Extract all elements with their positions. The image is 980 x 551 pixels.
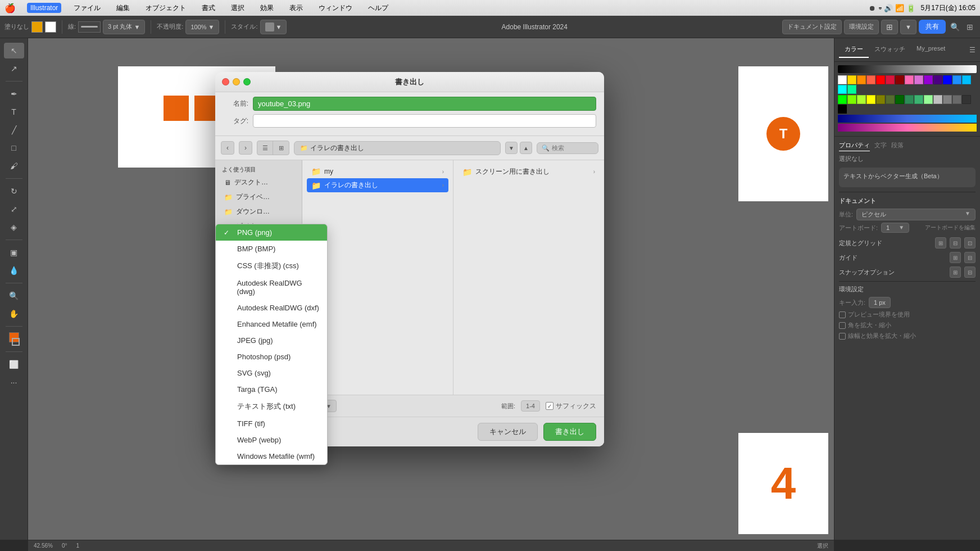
range-input[interactable]: 1-4 (521, 400, 540, 412)
eyedropper-tool[interactable]: 💧 (4, 263, 24, 278)
format-option-webp[interactable]: WebP (webp) (216, 432, 327, 448)
swatch-blue[interactable] (943, 75, 952, 84)
prop-tab-char[interactable]: 文字 (874, 141, 887, 151)
file-item-illustra[interactable]: 📁 イラレの書き出し › (307, 178, 448, 192)
export-button[interactable]: 書き出し (543, 423, 596, 441)
cancel-button[interactable]: キャンセル (478, 423, 538, 441)
swatch-darkgray[interactable] (962, 95, 971, 104)
menu-format[interactable]: 書式 (198, 2, 219, 14)
swatch-black[interactable] (838, 105, 847, 114)
swatch-olive[interactable] (876, 95, 885, 104)
location-expand-btn[interactable]: ▲ (520, 142, 532, 154)
swatch-cyan[interactable] (838, 85, 847, 94)
stroke-size-btn[interactable]: 3 pt 丸体 ▼ (103, 20, 145, 34)
scale-tool[interactable]: ⤢ (4, 201, 24, 217)
sidebar-item-download[interactable]: 📁 ダウンロ… (217, 205, 300, 219)
format-option-wmf[interactable]: Windows Metafile (wmf) (216, 448, 327, 464)
format-option-dxf[interactable]: Autodesk RealDWG (dxf) (216, 300, 327, 316)
swatch-yellow[interactable] (847, 75, 856, 84)
scale-strokes-checkbox[interactable] (839, 322, 846, 329)
selection-tool[interactable]: ↖ (4, 43, 24, 58)
fill-color-swatch[interactable] (31, 21, 43, 33)
format-option-bmp[interactable]: BMP (BMP) (216, 241, 327, 257)
menu-object[interactable]: オブジェクト (142, 2, 189, 14)
layout-icon-btn[interactable]: ⊞ (964, 20, 976, 34)
apple-menu[interactable]: 🍎 (4, 3, 16, 13)
swatch-lawn[interactable] (847, 95, 856, 104)
tab-swatches[interactable]: スウォッチ (869, 42, 911, 58)
menu-illustrator[interactable]: Illustrator (27, 3, 61, 13)
doc-settings-btn[interactable]: ドキュメント設定 (782, 20, 842, 34)
back-button[interactable]: ‹ (221, 141, 234, 155)
artboard-select[interactable]: 1 ▼ (881, 223, 909, 233)
snap-btn1[interactable]: ⊞ (950, 267, 961, 278)
filename-input[interactable] (253, 97, 596, 111)
swatch-dimgray[interactable] (952, 95, 961, 104)
type-tool[interactable]: T (4, 104, 24, 120)
key-input-field[interactable]: 1 px (869, 297, 891, 308)
swatch-medgreen[interactable] (914, 95, 923, 104)
format-option-psd[interactable]: Photoshop (psd) (216, 349, 327, 365)
zoom-tool[interactable]: 🔍 (4, 288, 24, 304)
location-dropdown-btn[interactable]: ▼ (505, 142, 518, 154)
swatch-palegreen[interactable] (924, 95, 933, 104)
sidebar-item-private[interactable]: 📁 プライベ… (217, 190, 300, 204)
grid-btn2[interactable]: ⊟ (950, 237, 961, 249)
suffix-checkbox[interactable]: ✓ (546, 402, 553, 410)
swatch-darkred[interactable] (895, 75, 904, 84)
swatch-dodger[interactable] (952, 75, 961, 84)
search-icon-btn[interactable]: 🔍 (948, 20, 962, 34)
tab-color[interactable]: カラー (839, 42, 869, 58)
paint-tool[interactable]: 🖌 (4, 158, 24, 174)
sidebar-item-desktop[interactable]: 🖥 デスクト… (217, 175, 300, 189)
format-option-emf[interactable]: Enhanced Metafile (emf) (216, 316, 327, 332)
scale-effects-checkbox[interactable] (839, 333, 846, 340)
unit-select[interactable]: ピクセル ▼ (856, 209, 976, 220)
style-selector[interactable]: ▼ (260, 20, 287, 34)
edit-artboard-btn[interactable]: アートボードを編集 (925, 224, 976, 232)
opacity-input[interactable]: 100% ▼ (185, 20, 219, 34)
menu-help[interactable]: ヘルプ (365, 2, 392, 14)
swatch-red[interactable] (876, 75, 885, 84)
grid-view-btn[interactable]: ⊞ (273, 141, 289, 155)
guide-btn1[interactable]: ⊞ (950, 252, 961, 263)
preview-border-checkbox[interactable] (839, 311, 846, 318)
line-tool[interactable]: ╱ (4, 122, 24, 138)
swatch-indigo[interactable] (933, 75, 942, 84)
format-option-svg[interactable]: SVG (svg) (216, 365, 327, 381)
direct-selection-tool[interactable]: ↗ (4, 61, 24, 76)
prop-tab-para[interactable]: 段落 (891, 141, 904, 151)
swatch-white[interactable] (838, 75, 847, 84)
close-button[interactable] (222, 78, 229, 85)
prop-tab-properties[interactable]: プロパティ (839, 141, 870, 151)
gradient-tool[interactable]: ▣ (4, 245, 24, 260)
swatch-orange[interactable] (857, 75, 866, 84)
arrange-btn[interactable]: ⊞ (881, 20, 898, 34)
artboard-mode-btn[interactable]: ⬜ (4, 356, 24, 372)
pen-tool[interactable]: ✒ (4, 86, 24, 102)
swatch-spring[interactable] (847, 85, 856, 94)
grid-btn[interactable]: ⊞ (935, 237, 946, 249)
format-option-tiff[interactable]: TIFF (tif) (216, 415, 327, 432)
minimize-button[interactable] (233, 78, 240, 85)
menu-select[interactable]: 選択 (228, 2, 248, 14)
tab-preset[interactable]: My_preset (911, 42, 951, 58)
panel-menu-icon[interactable]: ☰ (969, 46, 976, 54)
share-button[interactable]: 共有 (919, 20, 946, 34)
swatch-tomato[interactable] (866, 75, 875, 84)
format-option-tga[interactable]: Targa (TGA) (216, 381, 327, 398)
swatch-orchid[interactable] (914, 75, 923, 84)
hand-tool[interactable]: ✋ (4, 306, 24, 322)
grid-btn3[interactable]: ⊡ (964, 237, 976, 249)
swatch-sky[interactable] (962, 75, 971, 84)
more-tools-btn[interactable]: ··· (4, 374, 24, 390)
format-dropdown-menu[interactable]: ✓ PNG (png) BMP (BMP) CSS (非推奨) (css) Au… (215, 224, 328, 465)
tag-input[interactable] (253, 114, 596, 128)
guide-btn2[interactable]: ⊟ (964, 252, 976, 263)
swatch-seagreen[interactable] (905, 95, 914, 104)
list-view-btn[interactable]: ☰ (257, 141, 273, 155)
shape-tool[interactable]: □ (4, 140, 24, 156)
rotate-tool[interactable]: ↻ (4, 183, 24, 199)
search-input[interactable] (552, 144, 591, 151)
file-item-my[interactable]: 📁 my › (307, 165, 448, 178)
